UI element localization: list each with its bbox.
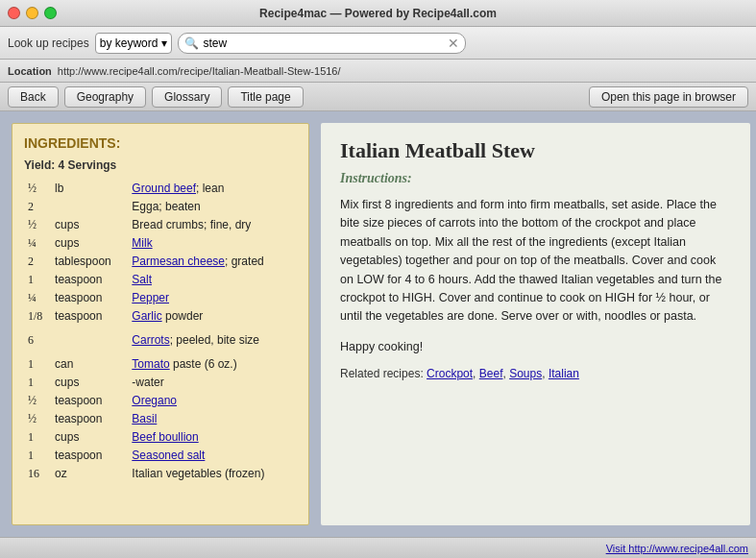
ingredient-unit: lb <box>51 180 128 198</box>
ingredient-unit: tablespoon <box>51 253 128 271</box>
recipe-subtitle: Instructions: <box>340 171 731 186</box>
ingredient-row: 1cups-water <box>24 374 297 392</box>
ingredient-qty: 1 <box>24 428 51 447</box>
ingredient-link[interactable]: Beef boullion <box>132 430 198 444</box>
ingredient-desc: Milk <box>128 234 297 253</box>
glossary-button[interactable]: Glossary <box>152 86 222 108</box>
back-button[interactable]: Back <box>8 86 59 108</box>
ingredient-qty: 6 <box>24 331 51 350</box>
ingredient-row: ¼cupsMilk <box>24 234 297 253</box>
ingredient-desc: Pepper <box>128 289 297 307</box>
related-recipe-link[interactable]: Crockpot <box>427 367 473 380</box>
ingredient-link[interactable]: Pepper <box>132 291 169 304</box>
window-controls[interactable] <box>8 7 57 19</box>
ingredient-desc: Ground beef; lean <box>128 180 297 198</box>
ingredient-row: 1/8teaspoonGarlic powder <box>24 307 297 326</box>
toolbar: Look up recipes by keyword ▾ 🔍 ✕ <box>0 27 756 60</box>
maximize-button[interactable] <box>44 7 57 19</box>
ingredient-desc: Tomato paste (6 oz.) <box>128 355 297 374</box>
ingredient-qty: ½ <box>24 180 51 198</box>
location-bar: Location http://www.recipe4all.com/recip… <box>0 60 756 83</box>
ingredient-unit: teaspoon <box>51 307 128 326</box>
ingredient-qty: ½ <box>24 392 51 410</box>
ingredient-desc: Carrots; peeled, bite size <box>128 331 297 350</box>
title-page-button[interactable]: Title page <box>228 86 303 108</box>
search-icon: 🔍 <box>184 36 199 50</box>
ingredient-link[interactable]: Oregano <box>132 394 177 407</box>
recipe-title: Italian Meatball Stew <box>340 138 731 163</box>
ingredient-unit: teaspoon <box>51 271 128 289</box>
ingredient-unit: cups <box>51 216 128 234</box>
location-label: Location <box>8 65 52 77</box>
recipe-body: Mix first 8 ingredients and form into fi… <box>340 196 731 327</box>
ingredient-link[interactable]: Parmesan cheese <box>132 255 225 268</box>
ingredient-row: ¼teaspoonPepper <box>24 289 297 307</box>
ingredient-row: 2Egga; beaten <box>24 198 297 216</box>
dropdown-arrow-icon: ▾ <box>161 36 167 50</box>
ingredient-link[interactable]: Tomato <box>132 357 169 371</box>
ingredient-link[interactable]: Salt <box>132 273 152 286</box>
ingredient-unit <box>51 331 128 350</box>
search-clear-button[interactable]: ✕ <box>448 36 459 50</box>
ingredient-unit: cups <box>51 234 128 253</box>
ingredient-desc: Bread crumbs; fine, dry <box>128 216 297 234</box>
ingredient-link[interactable]: Ground beef <box>132 182 196 195</box>
ingredient-unit: teaspoon <box>51 410 128 428</box>
ingredient-desc: Garlic powder <box>128 307 297 326</box>
related-recipe-link[interactable]: Italian <box>549 367 579 380</box>
related-recipe-link[interactable]: Soups <box>509 367 542 380</box>
minimize-button[interactable] <box>26 7 38 19</box>
ingredients-title: INGREDIENTS: <box>24 135 297 151</box>
yield-text: Yield: 4 Servings <box>24 158 297 172</box>
related-label: Related recipes: <box>340 367 424 380</box>
ingredient-row: ½cupsBread crumbs; fine, dry <box>24 216 297 234</box>
ingredient-unit: teaspoon <box>51 447 128 465</box>
related-recipes: Related recipes: Crockpot, Beef, Soups, … <box>340 367 731 380</box>
ingredient-unit: cups <box>51 374 128 392</box>
ingredient-desc: Basil <box>128 410 297 428</box>
geography-button[interactable]: Geography <box>64 86 146 108</box>
recipe-panel[interactable]: Italian Meatball Stew Instructions: Mix … <box>321 123 750 525</box>
nav-bar: Back Geography Glossary Title page Open … <box>0 83 756 111</box>
ingredient-row: ½teaspoonOregano <box>24 392 297 410</box>
ingredient-row: 6Carrots; peeled, bite size <box>24 331 297 350</box>
ingredient-desc: Oregano <box>128 392 297 410</box>
ingredient-qty: 2 <box>24 253 51 271</box>
ingredient-qty: ¼ <box>24 289 51 307</box>
ingredient-row: ½teaspoonBasil <box>24 410 297 428</box>
ingredient-desc: Parmesan cheese; grated <box>128 253 297 271</box>
open-browser-button[interactable]: Open this page in browser <box>589 86 748 108</box>
ingredient-desc: -water <box>128 374 297 392</box>
ingredient-link[interactable]: Garlic <box>132 309 161 323</box>
ingredient-qty: 1/8 <box>24 307 51 326</box>
title-bar: Recipe4mac — Powered by Recipe4all.com <box>0 0 756 27</box>
ingredient-qty: ½ <box>24 410 51 428</box>
ingredients-panel: INGREDIENTS: Yield: 4 Servings ½lbGround… <box>12 123 309 525</box>
footer: Visit http://www.recipe4all.com <box>0 537 756 558</box>
search-box[interactable]: 🔍 ✕ <box>178 33 466 54</box>
ingredient-link[interactable]: Milk <box>132 236 152 250</box>
ingredient-qty: ¼ <box>24 234 51 253</box>
close-button[interactable] <box>8 7 20 19</box>
ingredient-link[interactable]: Carrots <box>132 333 169 347</box>
main-content: INGREDIENTS: Yield: 4 Servings ½lbGround… <box>0 111 756 537</box>
footer-link[interactable]: Visit http://www.recipe4all.com <box>606 543 748 554</box>
ingredient-desc: Salt <box>128 271 297 289</box>
related-links-container: Crockpot, Beef, Soups, Italian <box>427 367 579 380</box>
ingredient-row: 1teaspoonSeasoned salt <box>24 447 297 465</box>
ingredient-unit <box>51 198 128 216</box>
search-input[interactable] <box>203 36 444 50</box>
ingredient-row: 1cupsBeef boullion <box>24 428 297 447</box>
ingredient-desc: Italian vegetables (frozen) <box>128 465 297 483</box>
ingredient-desc: Beef boullion <box>128 428 297 447</box>
keyword-select[interactable]: by keyword ▾ <box>95 33 173 54</box>
ingredient-link[interactable]: Basil <box>132 412 157 425</box>
ingredient-unit: teaspoon <box>51 289 128 307</box>
ingredient-qty: 16 <box>24 465 51 483</box>
ingredient-unit: cups <box>51 428 128 447</box>
ingredient-qty: 1 <box>24 374 51 392</box>
ingredient-link[interactable]: Seasoned salt <box>132 449 205 462</box>
ingredient-row: 16ozItalian vegetables (frozen) <box>24 465 297 483</box>
ingredient-qty: 1 <box>24 355 51 374</box>
related-recipe-link[interactable]: Beef <box>479 367 503 380</box>
